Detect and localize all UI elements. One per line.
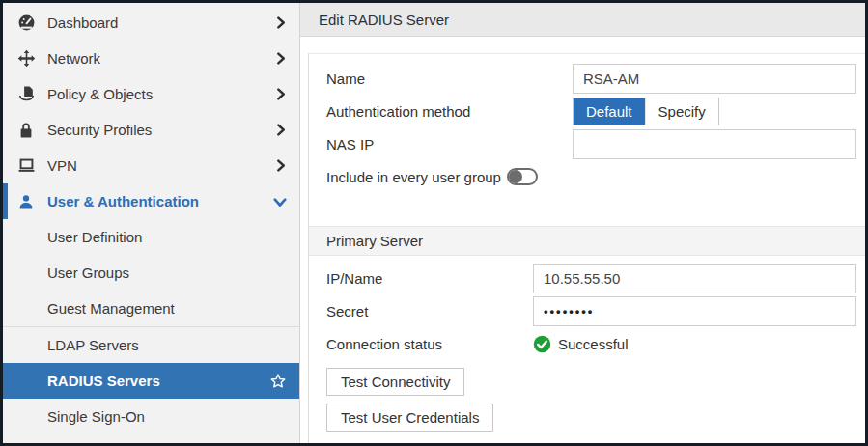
chevron-right-icon	[274, 159, 287, 172]
test-connectivity-row: Test Connectivity	[326, 360, 856, 396]
name-input[interactable]	[573, 64, 856, 94]
sidebar-item-user-groups[interactable]: User Groups	[3, 255, 299, 291]
nas-ip-input[interactable]	[573, 129, 856, 159]
include-user-group-row: Include in every user group	[326, 160, 856, 193]
sidebar-item-radius-servers[interactable]: RADIUS Servers	[3, 363, 299, 399]
star-icon[interactable]	[269, 373, 287, 390]
ip-name-row: IP/Name	[326, 262, 856, 294]
chevron-down-icon	[273, 195, 287, 209]
sidebar-item-vpn[interactable]: VPN	[3, 148, 299, 183]
sidebar: Dashboard Network Policy & Objects	[3, 3, 300, 443]
sidebar-item-network[interactable]: Network	[3, 41, 299, 76]
sidebar-item-label: Dashboard	[47, 14, 118, 31]
policy-icon	[15, 85, 37, 104]
user-icon	[15, 192, 37, 211]
secret-row: Secret	[326, 294, 856, 327]
sidebar-item-label: User Definition	[47, 229, 142, 245]
sidebar-item-label: RADIUS Servers	[47, 373, 160, 389]
auth-specify-option[interactable]: Specify	[645, 98, 718, 125]
test-user-credentials-button[interactable]: Test User Credentials	[326, 404, 493, 432]
page-title: Edit RADIUS Server	[319, 12, 449, 28]
sidebar-item-label: User & Authentication	[47, 193, 199, 209]
move-icon	[15, 49, 37, 69]
auth-method-label: Authentication method	[326, 103, 573, 120]
sidebar-item-label: VPN	[47, 157, 77, 174]
chevron-right-icon	[274, 52, 287, 65]
auth-method-segmented-control: Default Specify	[573, 98, 719, 125]
auth-default-option[interactable]: Default	[574, 98, 645, 125]
chevron-right-icon	[274, 16, 287, 29]
sidebar-item-single-sign-on[interactable]: Single Sign-On	[3, 399, 299, 434]
ip-name-input[interactable]	[533, 264, 856, 293]
connection-status-text: Successful	[558, 336, 629, 352]
form-panel-wrap: Name Authentication method Default Speci…	[300, 37, 865, 443]
sidebar-item-label: Policy & Objects	[47, 86, 153, 102]
main-content: Edit RADIUS Server Name Authentication m…	[300, 3, 865, 443]
sidebar-item-label: Network	[47, 50, 100, 67]
test-connectivity-button[interactable]: Test Connectivity	[326, 368, 464, 396]
name-label: Name	[326, 70, 573, 87]
monitor-icon	[15, 156, 37, 176]
radius-server-form: Name Authentication method Default Speci…	[308, 53, 865, 443]
sidebar-item-label: Security Profiles	[47, 122, 152, 138]
app-window: Dashboard Network Policy & Objects	[0, 0, 868, 446]
connection-status-label: Connection status	[326, 336, 533, 352]
connection-status-row: Connection status Successful	[326, 327, 856, 360]
sidebar-item-security-profiles[interactable]: Security Profiles	[3, 112, 299, 148]
sidebar-item-label: Guest Management	[47, 300, 175, 317]
ip-name-label: IP/Name	[326, 270, 533, 287]
secret-input[interactable]	[533, 296, 856, 326]
chevron-right-icon	[274, 124, 287, 136]
lock-icon	[15, 121, 37, 140]
page-header: Edit RADIUS Server	[300, 3, 865, 37]
auth-method-row: Authentication method Default Specify	[326, 95, 856, 127]
sidebar-item-label: LDAP Servers	[47, 337, 139, 353]
connection-status-value: Successful	[533, 335, 629, 353]
test-credentials-row: Test User Credentials	[326, 396, 856, 432]
primary-server-title: Primary Server	[326, 233, 423, 249]
include-user-group-label: Include in every user group	[326, 169, 501, 185]
sidebar-item-policy-objects[interactable]: Policy & Objects	[3, 76, 299, 112]
nas-ip-row: NAS IP	[326, 127, 856, 160]
check-circle-icon	[533, 335, 551, 353]
secret-label: Secret	[326, 303, 533, 320]
active-indicator	[3, 183, 8, 219]
chevron-right-icon	[274, 88, 287, 100]
sidebar-item-label: Single Sign-On	[47, 408, 145, 425]
sidebar-item-guest-management[interactable]: Guest Management	[3, 291, 299, 326]
gauge-icon	[15, 14, 37, 33]
include-user-group-toggle[interactable]	[507, 168, 538, 185]
sidebar-item-label: User Groups	[47, 265, 129, 281]
sidebar-item-user-authentication[interactable]: User & Authentication	[3, 183, 299, 219]
primary-server-section-header: Primary Server	[309, 226, 865, 256]
toggle-knob	[509, 170, 522, 183]
sidebar-item-ldap-servers[interactable]: LDAP Servers	[3, 327, 299, 363]
name-row: Name	[326, 62, 856, 95]
nas-ip-label: NAS IP	[326, 136, 573, 153]
sidebar-item-user-definition[interactable]: User Definition	[3, 219, 299, 255]
sidebar-item-dashboard[interactable]: Dashboard	[3, 5, 299, 41]
